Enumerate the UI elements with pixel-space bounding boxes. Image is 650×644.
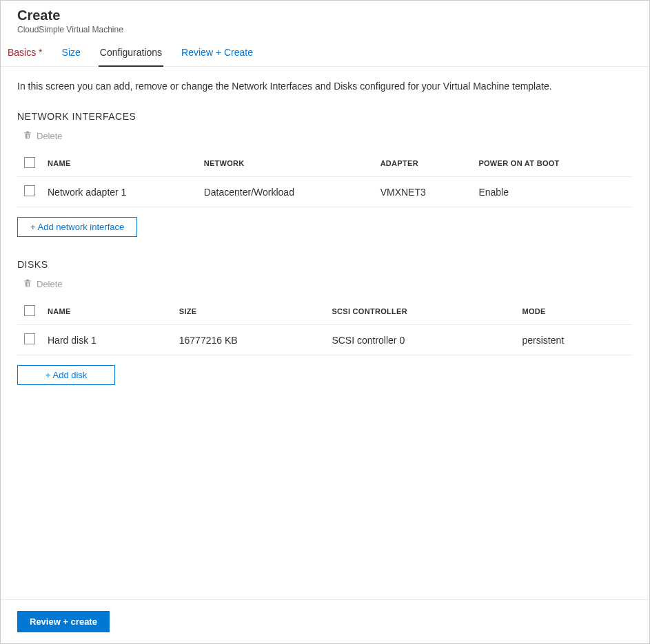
page-header: Create CloudSimple Virtual Machine [1,1,649,40]
table-row[interactable]: Hard disk 1 16777216 KB SCSI controller … [17,325,633,355]
network-row-checkbox[interactable] [24,185,35,196]
network-col-adapter: ADAPTER [375,150,474,177]
tab-size[interactable]: Size [61,40,82,66]
disks-col-scsi: SCSI CONTROLLER [326,298,516,325]
table-row[interactable]: Network adapter 1 Datacenter/Workload VM… [17,177,633,207]
page-subtitle: CloudSimple Virtual Machine [17,25,633,34]
footer: Review + create [1,599,649,643]
tab-bar: Basics Size Configurations Review + Crea… [1,40,649,67]
tab-review[interactable]: Review + Create [180,40,254,66]
review-create-button[interactable]: Review + create [17,611,110,632]
disks-col-name: NAME [42,298,174,325]
network-header-checkbox[interactable] [24,157,35,168]
disks-row-scsi: SCSI controller 0 [326,325,516,355]
disks-row-name: Hard disk 1 [42,325,174,355]
page-title: Create [17,8,633,23]
network-interfaces-table: NAME NETWORK ADAPTER POWER ON AT BOOT Ne… [17,150,633,207]
disks-delete-label: Delete [37,279,63,289]
network-col-network: NETWORK [199,150,375,177]
network-col-poweron: POWER ON AT BOOT [473,150,633,177]
disks-header-checkbox[interactable] [24,305,35,316]
disks-table: NAME SIZE SCSI CONTROLLER MODE Hard disk… [17,298,633,355]
disks-title: DISKS [17,259,633,270]
network-row-network: Datacenter/Workload [199,177,375,207]
network-delete-button[interactable]: Delete [23,130,633,142]
disks-col-mode: MODE [516,298,633,325]
trash-icon [23,130,32,142]
disks-delete-button[interactable]: Delete [23,278,633,290]
description-text: In this screen you can add, remove or ch… [17,81,633,92]
network-delete-label: Delete [37,131,63,141]
tab-configurations[interactable]: Configurations [99,40,163,66]
network-row-name: Network adapter 1 [42,177,199,207]
content-area: In this screen you can add, remove or ch… [1,67,649,599]
disks-row-mode: persistent [516,325,633,355]
trash-icon [23,278,32,290]
network-interfaces-title: NETWORK INTERFACES [17,111,633,122]
add-network-interface-button[interactable]: + Add network interface [17,217,137,237]
disks-row-size: 16777216 KB [174,325,327,355]
tab-basics[interactable]: Basics [6,40,44,66]
disks-row-checkbox[interactable] [24,333,35,344]
network-row-poweron: Enable [473,177,633,207]
add-disk-button[interactable]: + Add disk [17,365,115,385]
disks-col-size: SIZE [174,298,327,325]
network-row-adapter: VMXNET3 [375,177,474,207]
network-col-name: NAME [42,150,199,177]
